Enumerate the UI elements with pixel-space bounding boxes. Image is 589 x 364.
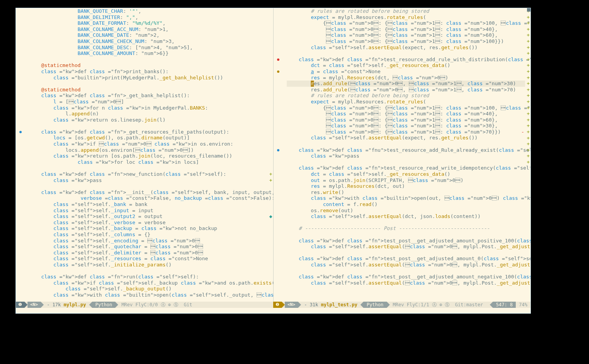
code-line[interactable]: class ="kw">def class ="fn">_get_resourc… bbox=[29, 129, 268, 135]
code-line[interactable]: {class ="num">0: {class ="num">1: cl… bbox=[287, 105, 525, 111]
code-line[interactable]: class ="kw">def class ="fn">_get_bank_he… bbox=[29, 93, 268, 99]
code-line[interactable]: out = os.path.join(SCRIPT_PATH, class =… bbox=[287, 177, 525, 184]
code-line[interactable] bbox=[29, 81, 268, 87]
code-line[interactable]: class ="kw">return [os.path.join(loc, re… bbox=[29, 153, 268, 159]
code-line[interactable]: class ="num">0: {class ="num">1: cla… bbox=[287, 111, 525, 117]
code-line[interactable]: class ="self">self._encoding = class ="… bbox=[29, 238, 268, 244]
code-line[interactable]: class ="num">0: {class ="num">1: cla… bbox=[287, 32, 525, 38]
code-line[interactable]: content = f.read() bbox=[287, 201, 525, 208]
code-line[interactable]: class ="kw">for n class ="kw">in MyLedge… bbox=[29, 105, 268, 111]
code-line[interactable]: expect = mylpl.Resources.rotate_rules( bbox=[287, 99, 525, 105]
code-line[interactable]: class ="kw">def class ="fn">test_post__g… bbox=[287, 256, 525, 262]
code-line[interactable] bbox=[29, 268, 268, 274]
left-pane[interactable]: BANK_QUOTE_CHAR: '"', BANK_DELIMITER: ",… bbox=[16, 8, 273, 302]
code-line[interactable]: BANK_COLNAME_DATE: "num">2, bbox=[29, 32, 268, 38]
code-line[interactable]: class ="self">self._output2 = output bbox=[29, 213, 268, 220]
code-line[interactable]: class ="kw">if class ="num">0 class ="… bbox=[29, 141, 268, 147]
code-line[interactable]: class ="num">0: {class ="num">1: cla… bbox=[287, 117, 525, 123]
code-line[interactable]: class ="num">0: {class ="num">1: cla… bbox=[287, 129, 525, 135]
code-line[interactable]: BANK_QUOTE_CHAR: '"', bbox=[29, 8, 268, 14]
code-line[interactable]: class ="self">self._initialize_params() bbox=[29, 262, 268, 268]
modeline-left[interactable]: ❶ <N> - 17k mylpl.py Python MRev FlyC:0/… bbox=[16, 302, 273, 308]
code-line[interactable] bbox=[29, 123, 268, 129]
code-line[interactable]: class ="kw">def class ="fn">test_resourc… bbox=[287, 57, 525, 63]
right-code[interactable]: # rules are rotated before being stored … bbox=[287, 8, 525, 286]
code-line[interactable]: BANK_COLNAME_DESC: ["num">4, "num">5], bbox=[29, 45, 268, 51]
code-line[interactable] bbox=[287, 250, 525, 256]
code-line[interactable]: # rules are rotated before being stored bbox=[287, 93, 525, 99]
code-line[interactable]: class ="kw">with class ="builtin">open(c… bbox=[29, 292, 268, 298]
code-line[interactable]: l.append(n) bbox=[29, 111, 268, 117]
code-line[interactable]: class ="builtin">print(MyLedgerPal._get_… bbox=[29, 75, 268, 81]
code-line[interactable]: class ="kw">def class ="fnu">test_resour… bbox=[287, 147, 525, 153]
code-line[interactable]: class ="self">self.assertEqual(class ="… bbox=[287, 244, 525, 250]
code-line[interactable]: class ="kw">with class ="builtin">open(o… bbox=[287, 195, 525, 201]
code-line[interactable]: class ="num">0: {class ="num">1: cla… bbox=[287, 123, 525, 129]
code-line[interactable]: BANK_COLNAME_CHECK_NUM: "num">3, bbox=[29, 38, 268, 45]
left-code[interactable]: BANK_QUOTE_CHAR: '"', BANK_DELIMITER: ",… bbox=[29, 8, 268, 298]
code-line[interactable]: res = mylpl.Resources(dct, out) bbox=[287, 183, 525, 189]
code-line[interactable] bbox=[287, 268, 525, 274]
code-line[interactable]: class ="kw">def class ="fn">__init__(cla… bbox=[29, 189, 268, 196]
code-line[interactable]: class ="kw">def class ="fn">run(class ="… bbox=[29, 274, 268, 280]
code-line[interactable]: os.remove(out) bbox=[287, 208, 525, 214]
code-line[interactable]: res = mylpl.Resources(dct, class ="num"… bbox=[287, 75, 525, 81]
code-line[interactable]: class ="self">self._backup_output() bbox=[29, 286, 268, 292]
code-line[interactable]: class ="kw">if class ="self">self._backu… bbox=[29, 280, 268, 286]
code-line[interactable]: class ="kw">for loc class ="kw">in locs] bbox=[29, 159, 268, 165]
code-line[interactable] bbox=[287, 159, 525, 165]
minibuffer[interactable] bbox=[16, 308, 530, 313]
code-line[interactable]: class ="self">self._bank = bank bbox=[29, 201, 268, 208]
code-line[interactable]: a = class ="const">None bbox=[287, 69, 525, 75]
code-line[interactable]: class ="kw">def class ="fn">print_banks(… bbox=[29, 69, 268, 75]
code-line[interactable]: class ="kw">def class ="fn">test_post__g… bbox=[287, 238, 525, 244]
code-line[interactable]: class ="kw">def class ="fn">test_post__g… bbox=[287, 274, 525, 280]
code-line[interactable]: verbose =class ="const">False, no_backup… bbox=[29, 195, 268, 201]
code-line[interactable]: class ="self">self.assertEqual(class ="… bbox=[287, 280, 525, 286]
code-line[interactable]: class ="self">self._input = input bbox=[29, 208, 268, 214]
code-line[interactable]: class ="self">self._delimiter = class =… bbox=[29, 250, 268, 256]
code-line[interactable]: class ="self">self._columns = {} bbox=[29, 232, 268, 238]
code-line[interactable] bbox=[287, 220, 525, 226]
code-line[interactable]: class ="self">self._resources = class ="… bbox=[29, 256, 268, 262]
code-line[interactable]: class ="kw">pass bbox=[287, 153, 525, 159]
code-line[interactable] bbox=[287, 50, 525, 57]
code-line[interactable]: BANK_DATE_FORMAT: "%m/%d/%Y", bbox=[29, 20, 268, 26]
code-line[interactable] bbox=[287, 141, 525, 147]
code-line[interactable]: {class ="num">0: {class ="num">1: cl… bbox=[287, 20, 525, 26]
code-line[interactable]: dct = class ="self">self._get_resources_… bbox=[287, 62, 525, 69]
code-line[interactable]: class ="self">self._backup = class ="kw"… bbox=[29, 225, 268, 232]
modeline-right[interactable]: ❷ <N> - 31k mylpl_test.py Python MRev Fl… bbox=[273, 302, 530, 308]
code-line[interactable]: l = [class ="num">0] bbox=[29, 99, 268, 105]
code-line[interactable]: # rules are rotated before being stored bbox=[287, 8, 525, 14]
code-line[interactable]: res.add_rule(class ="num">0, class ="… bbox=[287, 81, 525, 87]
code-line[interactable]: @staticmethod bbox=[29, 87, 268, 93]
code-line[interactable]: res.write() bbox=[287, 189, 525, 196]
code-line[interactable] bbox=[29, 165, 268, 171]
code-line[interactable]: BANK_DELIMITER: ",", bbox=[29, 14, 268, 21]
code-line[interactable]: dct = class ="self">self._get_resources_… bbox=[287, 171, 525, 177]
code-line[interactable]: class ="self">self.assertEqual(class ="… bbox=[287, 262, 525, 268]
code-line[interactable]: class ="num">0: {class ="num">1: cla… bbox=[287, 38, 525, 45]
code-line[interactable]: BANK_COLNAME_AMOUNT: "num">6}} bbox=[29, 50, 268, 57]
code-line[interactable]: class ="kw">return os.linesep.join(l) bbox=[29, 117, 268, 123]
code-line[interactable]: class ="self">self.assertEqual(expect, r… bbox=[287, 135, 525, 141]
code-line[interactable]: class ="kw">pass bbox=[29, 177, 268, 184]
code-line[interactable]: # ------------------------- Post -------… bbox=[287, 225, 525, 232]
code-line[interactable]: BANK_COLNAME_ACC_NUM: "num">1, bbox=[29, 26, 268, 33]
right-pane[interactable]: # rules are rotated before being stored … bbox=[274, 8, 531, 302]
code-line[interactable]: class ="kw">def class ="fn">test_resourc… bbox=[287, 165, 525, 171]
code-line[interactable]: class ="self">self._quotechar = class =… bbox=[29, 244, 268, 250]
code-line[interactable]: class ="num">0: {class ="num">1: cla… bbox=[287, 26, 525, 33]
code-line[interactable]: class ="self">self.assertEqual(dct, json… bbox=[287, 213, 525, 220]
code-line[interactable]: locs = [os.getcwd(), os.path.dirname(out… bbox=[29, 135, 268, 141]
code-line[interactable]: @staticmethod bbox=[29, 62, 268, 69]
code-line[interactable]: expect = mylpl.Resources.rotate_rules( bbox=[287, 14, 525, 21]
code-line[interactable] bbox=[29, 183, 268, 189]
code-line[interactable]: res.add_rule(class ="num">0, class ="… bbox=[287, 87, 525, 93]
code-line[interactable]: class ="self">self.assertEqual(expect, r… bbox=[287, 45, 525, 51]
code-line[interactable]: class ="self">self._verbose = verbose bbox=[29, 220, 268, 226]
code-line[interactable]: locs.append(os.environ[class ="num">0]… bbox=[29, 147, 268, 153]
code-line[interactable]: class ="kw">def class ="fn">new_function… bbox=[29, 171, 268, 177]
code-line[interactable] bbox=[29, 57, 268, 63]
